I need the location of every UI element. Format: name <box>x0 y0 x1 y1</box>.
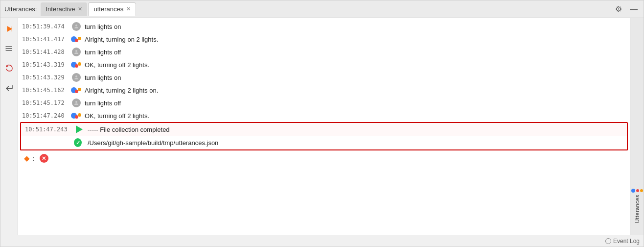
log-row-filepath: ✓ /Users/git/gh-sample/build/tmp/utteran… <box>20 136 628 150</box>
right-sidebar-label[interactable]: Utterances <box>634 195 640 223</box>
assistant-avatar-icon <box>71 110 82 121</box>
file-path: /Users/git/gh-sample/build/tmp/utterance… <box>88 139 218 147</box>
log-area: 10:51:39.474 turn lights on 10:51:41.417 <box>18 18 630 235</box>
log-message: OK, turning off 2 lights. <box>85 61 149 69</box>
arrow-icon: ◆ <box>24 154 30 163</box>
minimize-button[interactable]: — <box>628 4 640 15</box>
play-green-icon <box>74 124 85 135</box>
main-window: Utterances: Interactive ✕ utterances ✕ ⚙… <box>0 0 644 247</box>
log-row: 10:51:39.474 turn lights on <box>18 20 630 33</box>
svg-rect-6 <box>5 48 6 49</box>
svg-rect-7 <box>5 50 6 51</box>
tab-bar-actions: ⚙ — <box>613 3 640 15</box>
settings-button[interactable]: ⚙ <box>613 3 624 15</box>
timestamp: 10:51:41.417 <box>22 36 71 43</box>
timestamp: 10:51:43.329 <box>22 74 71 81</box>
svg-rect-4 <box>6 50 12 51</box>
user-avatar-icon <box>71 72 82 83</box>
timestamp: 10:51:47.240 <box>22 112 71 119</box>
log-row: 10:51:45.172 turn lights off <box>18 97 630 109</box>
log-row: 10:51:43.319 OK, turning off 2 lights. <box>18 58 630 71</box>
log-message: ----- File collection completed <box>88 126 170 133</box>
bottom-strip: Event Log <box>0 235 644 247</box>
back-icon-button[interactable] <box>2 81 16 95</box>
tab-interactive-label: Interactive <box>46 5 75 13</box>
tab-interactive[interactable]: Interactive ✕ <box>41 2 87 16</box>
right-sidebar: Utterances <box>630 18 644 235</box>
log-message: OK, turning off 2 lights. <box>85 112 149 120</box>
log-row: 10:51:43.329 turn lights on <box>18 71 630 84</box>
log-row: 10:51:41.428 turn lights off <box>18 46 630 58</box>
log-message: turn lights on <box>85 74 121 81</box>
svg-marker-1 <box>11 26 12 32</box>
list-icon-button[interactable] <box>2 42 16 55</box>
log-message: turn lights off <box>85 49 121 56</box>
timestamp: 10:51:47.243 <box>25 126 74 133</box>
content-area: 10:51:39.474 turn lights on 10:51:41.417 <box>0 18 644 235</box>
colon-label: : <box>33 155 35 162</box>
assistant-avatar-icon <box>71 59 82 70</box>
left-sidebar <box>0 18 18 235</box>
log-row: 10:51:45.162 Alright, turning 2 lights o… <box>18 84 630 97</box>
log-message: Alright, turning on 2 lights. <box>85 36 158 43</box>
timestamp: 10:51:41.428 <box>22 49 71 55</box>
sidebar-dots-icon <box>631 189 643 193</box>
timestamp: 10:51:45.162 <box>22 87 71 94</box>
tab-utterances[interactable]: utterances ✕ <box>88 2 136 16</box>
user-avatar-icon <box>71 47 82 57</box>
tab-utterances-close[interactable]: ✕ <box>126 6 131 12</box>
event-log-icon <box>605 238 611 244</box>
timestamp: 10:51:39.474 <box>22 23 71 30</box>
arrow-left-right-icon[interactable]: ◆ <box>22 153 32 163</box>
tab-bar: Utterances: Interactive ✕ utterances ✕ ⚙… <box>0 0 644 18</box>
svg-point-11 <box>75 75 77 77</box>
user-avatar-icon <box>71 21 82 32</box>
svg-rect-5 <box>5 46 6 47</box>
assistant-avatar-icon <box>71 34 82 45</box>
undo-icon-button[interactable] <box>2 61 16 75</box>
log-message: turn lights on <box>85 23 121 30</box>
svg-point-9 <box>75 25 77 26</box>
log-row-highlighted: 10:51:47.243 ----- File collection compl… <box>20 122 628 137</box>
log-message: turn lights off <box>85 99 121 107</box>
log-message: Alright, turning 2 lights on. <box>85 87 158 94</box>
svg-rect-2 <box>6 47 12 48</box>
event-log-link[interactable]: Event Log <box>605 238 640 245</box>
user-avatar-icon <box>71 98 82 108</box>
svg-rect-3 <box>6 48 12 49</box>
svg-point-10 <box>75 50 77 52</box>
log-row: 10:51:41.417 Alright, turning on 2 light… <box>18 33 630 46</box>
event-log-label: Event Log <box>613 238 640 245</box>
assistant-avatar-icon <box>71 85 82 96</box>
tab-bar-label: Utterances: <box>4 5 37 13</box>
timestamp: 10:51:45.172 <box>22 99 71 106</box>
tab-utterances-label: utterances <box>93 5 123 13</box>
log-row: 10:51:47.240 OK, turning off 2 lights. <box>18 109 630 122</box>
check-circle-icon: ✓ <box>74 137 85 148</box>
tab-interactive-close[interactable]: ✕ <box>78 6 82 12</box>
status-row: ◆ : ✕ <box>18 151 630 165</box>
svg-marker-0 <box>7 26 12 32</box>
error-icon: ✕ <box>40 154 48 163</box>
timestamp: 10:51:43.319 <box>22 61 71 68</box>
svg-point-12 <box>75 101 77 103</box>
play-icon-button[interactable] <box>2 22 16 36</box>
